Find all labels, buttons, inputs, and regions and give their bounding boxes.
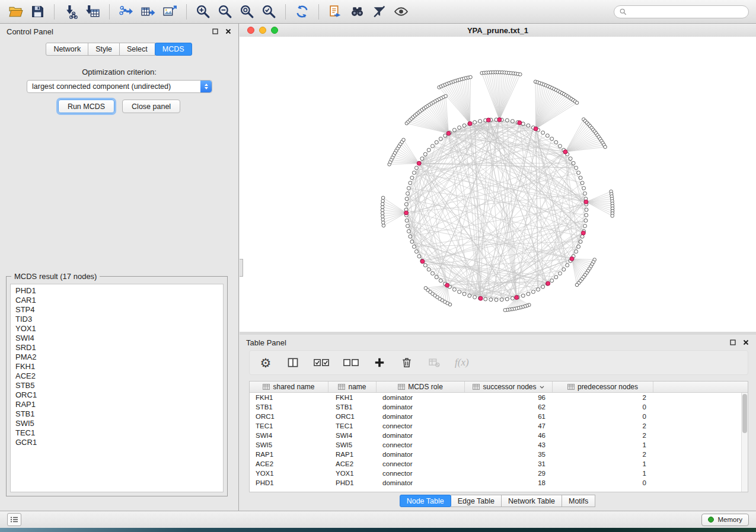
show-panels-button[interactable]	[7, 513, 21, 526]
network-node[interactable]	[402, 138, 406, 142]
network-node[interactable]	[519, 73, 522, 76]
table-select-all-button[interactable]	[314, 355, 329, 370]
column-header-name[interactable]: name	[328, 382, 377, 392]
network-node[interactable]	[575, 166, 578, 169]
toolbar-zoom-out-button[interactable]	[214, 2, 236, 21]
table-row[interactable]: ACE2ACE2connector311	[250, 459, 748, 469]
dominator-node[interactable]	[417, 161, 421, 165]
panel-splitter-handle[interactable]	[240, 259, 243, 277]
network-node[interactable]	[505, 118, 509, 122]
toolbar-save-session-button[interactable]	[27, 2, 49, 21]
table-row[interactable]: ORC1ORC1dominator610	[250, 412, 748, 421]
network-node[interactable]	[452, 288, 456, 291]
network-node[interactable]	[404, 203, 408, 206]
network-node[interactable]	[444, 134, 447, 137]
table-tab-network-table[interactable]: Network Table	[501, 495, 562, 507]
table-tab-node-table[interactable]: Node Table	[400, 495, 451, 507]
mcds-result-item[interactable]: TEC1	[11, 428, 223, 438]
network-node[interactable]	[575, 101, 579, 105]
network-svg[interactable]	[240, 37, 756, 332]
table-deselect-all-button[interactable]	[343, 355, 359, 370]
toolbar-export-image-button[interactable]	[159, 2, 181, 21]
dominator-node[interactable]	[518, 121, 522, 125]
table-row[interactable]: RAP1RAP1dominator352	[250, 450, 748, 459]
mcds-result-item[interactable]: STB1	[11, 409, 223, 419]
dominator-node[interactable]	[515, 296, 519, 300]
network-node[interactable]	[458, 290, 461, 294]
dominator-node[interactable]	[546, 281, 550, 286]
network-node[interactable]	[575, 283, 579, 287]
close-panel-icon[interactable]	[225, 28, 232, 35]
memory-button[interactable]: Memory	[701, 514, 749, 526]
dominator-node[interactable]	[497, 118, 502, 122]
mcds-result-item[interactable]: PHD1	[11, 286, 223, 296]
mcds-result-item[interactable]: FKH1	[11, 362, 223, 371]
network-node[interactable]	[431, 272, 435, 275]
network-node[interactable]	[577, 245, 580, 248]
table-row[interactable]: SWI4SWI4dominator462	[250, 431, 748, 440]
mcds-result-item[interactable]: ORC1	[11, 390, 223, 400]
network-node[interactable]	[527, 124, 530, 127]
network-node[interactable]	[562, 268, 566, 271]
dominator-node[interactable]	[468, 121, 472, 126]
network-node[interactable]	[579, 176, 582, 180]
table-settings-button[interactable]: ⚙	[259, 355, 272, 370]
mcds-result-item[interactable]: STB5	[11, 381, 223, 390]
dominator-node[interactable]	[446, 132, 451, 136]
network-node[interactable]	[500, 298, 503, 302]
network-node[interactable]	[427, 268, 430, 271]
search-box[interactable]	[614, 5, 749, 18]
network-node[interactable]	[611, 214, 614, 218]
tab-mcds[interactable]: MCDS	[155, 43, 192, 56]
network-node[interactable]	[469, 75, 473, 79]
network-node[interactable]	[495, 298, 498, 302]
network-node[interactable]	[452, 128, 456, 132]
column-header-successor-nodes[interactable]: successor nodes	[465, 382, 553, 392]
network-node[interactable]	[473, 296, 477, 299]
network-node[interactable]	[583, 224, 587, 227]
dominator-node[interactable]	[581, 231, 585, 235]
table-scrollbar[interactable]	[741, 393, 748, 492]
tab-select[interactable]: Select	[119, 43, 155, 56]
network-node[interactable]	[406, 192, 410, 196]
network-node[interactable]	[417, 255, 421, 258]
network-node[interactable]	[473, 120, 477, 124]
toolbar-import-network-button[interactable]	[60, 2, 82, 21]
network-node[interactable]	[566, 264, 569, 267]
minimize-window-button[interactable]	[259, 27, 266, 34]
network-node[interactable]	[559, 145, 562, 148]
toolbar-zoom-in-button[interactable]	[192, 2, 214, 21]
network-node[interactable]	[541, 285, 545, 289]
network-canvas[interactable]	[240, 37, 756, 332]
network-node[interactable]	[479, 120, 482, 123]
dominator-node[interactable]	[584, 200, 588, 204]
network-node[interactable]	[439, 279, 442, 283]
network-node[interactable]	[503, 309, 507, 312]
network-node[interactable]	[572, 161, 575, 165]
network-node[interactable]	[569, 157, 572, 161]
toolbar-refresh-layout-button[interactable]	[291, 2, 313, 21]
network-node[interactable]	[409, 181, 412, 185]
network-node[interactable]	[381, 196, 385, 200]
network-node[interactable]	[583, 192, 587, 196]
network-node[interactable]	[546, 134, 549, 137]
network-node[interactable]	[579, 240, 582, 243]
mcds-result-item[interactable]: ACE2	[11, 371, 223, 381]
network-node[interactable]	[412, 171, 416, 175]
dominator-node[interactable]	[563, 150, 567, 154]
network-node[interactable]	[537, 288, 540, 291]
network-node[interactable]	[414, 166, 418, 169]
network-node[interactable]	[409, 235, 412, 238]
dominator-node[interactable]	[534, 127, 538, 131]
network-node[interactable]	[381, 199, 385, 203]
network-node[interactable]	[381, 211, 384, 215]
network-node[interactable]	[575, 250, 578, 254]
network-node[interactable]	[582, 187, 586, 190]
network-node[interactable]	[406, 224, 410, 227]
network-node[interactable]	[541, 131, 545, 134]
table-row[interactable]: YOX1YOX1connector291	[250, 469, 748, 478]
column-header-mcds-role[interactable]: MCDS role	[377, 382, 465, 392]
dominator-node[interactable]	[486, 118, 490, 122]
toolbar-export-table-button[interactable]	[137, 2, 159, 21]
column-header-shared-name[interactable]: shared name	[250, 382, 328, 392]
